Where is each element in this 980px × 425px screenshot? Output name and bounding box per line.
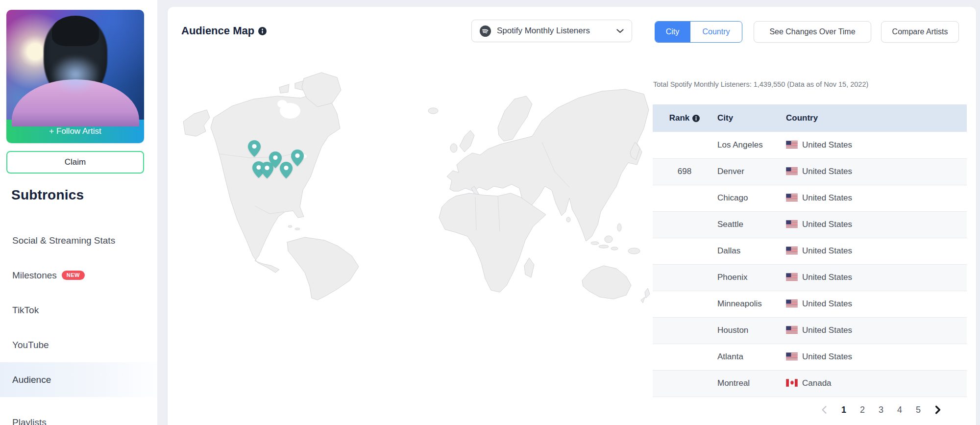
sidebar-item-label: Milestones [12,270,57,281]
toggle-country[interactable]: Country [690,22,742,42]
claim-button[interactable]: Claim [6,151,144,174]
toggle-city[interactable]: City [655,22,690,42]
sidebar-item-playlists[interactable]: Playlists [0,405,157,425]
city-cell: Atlanta [716,344,785,370]
sidebar-item-label: Audience [12,375,51,385]
city-country-toggle: City Country [655,21,742,43]
rank-cell [653,344,716,370]
sidebar-item-youtube[interactable]: YouTube [0,327,157,362]
sidebar-item-label: TikTok [12,305,39,316]
card-title: Audience Map [181,25,267,37]
sidebar-item-audience[interactable]: Audience [0,362,157,397]
table-row[interactable]: Atlanta United States [653,344,967,370]
sidebar-nav: Social & Streaming Stats Milestones NEW … [0,223,157,425]
compare-artists-button[interactable]: Compare Artists [881,21,959,43]
city-cell: Montreal [716,370,785,397]
rank-cell [653,264,716,291]
country-flag-icon [786,352,798,360]
table-row[interactable]: Dallas United States [653,238,967,264]
map-pin-icon[interactable] [248,140,261,157]
column-header-city: City [716,104,785,132]
info-icon[interactable] [258,27,267,35]
country-flag-icon [786,379,798,387]
country-flag-icon [786,167,798,175]
city-cell: Minneapolis [716,291,785,317]
artist-name: Subtronics [11,187,84,203]
rank-info-icon[interactable] [692,115,700,122]
sidebar-item-label: YouTube [12,340,49,350]
pagination-page-1[interactable]: 1 [841,405,846,415]
chevron-down-icon [616,29,624,33]
rank-cell [653,132,716,158]
country-cell: United States [785,291,967,317]
total-listeners-line: Total Spotify Monthly Listeners: 1,439,5… [653,80,967,89]
sidebar-item-tiktok[interactable]: TikTok [0,293,157,327]
artist-photo [6,10,144,120]
rank-cell [653,317,716,344]
rank-cell [653,211,716,238]
rank-cell [653,291,716,317]
rank-cell [653,370,716,397]
artist-photo-beanie [52,16,99,46]
sidebar-item-social-streaming-stats[interactable]: Social & Streaming Stats [0,223,157,258]
world-map [181,69,652,304]
map-pin-icon[interactable] [280,162,293,178]
pagination-page-2[interactable]: 2 [860,405,865,415]
metric-dropdown[interactable]: Spotify Monthly Listeners [471,20,632,42]
country-flag-icon [786,141,798,149]
table-row[interactable]: Los Angeles United States [653,132,967,158]
country-cell: United States [785,185,967,211]
map-pin-icon[interactable] [291,150,304,166]
pagination: 1 2 3 4 5 [653,397,967,415]
table-row[interactable]: Chicago United States [653,185,967,211]
metric-dropdown-label: Spotify Monthly Listeners [497,26,590,36]
city-cell: Chicago [716,185,785,211]
city-cell: Houston [716,317,785,344]
pagination-page-3[interactable]: 3 [879,405,883,415]
sidebar-item-milestones[interactable]: Milestones NEW [0,258,157,293]
artist-photo-card: + Follow Artist [6,10,144,143]
page-title: Audience Map [181,25,254,37]
country-cell: United States [785,132,967,158]
pagination-page-4[interactable]: 4 [897,405,902,415]
rank-cell [653,238,716,264]
new-badge: NEW [62,271,85,280]
pagination-page-5[interactable]: 5 [916,405,921,415]
table-row[interactable]: Phoenix United States [653,264,967,291]
table-header-row: Rank City Country [653,104,967,132]
city-cell: Seattle [716,211,785,238]
rank-cell [653,185,716,211]
country-flag-icon [786,220,798,228]
country-cell: United States [785,211,967,238]
country-flag-icon [786,273,798,281]
map-pin-icon[interactable] [261,162,273,178]
spotify-icon [480,25,491,37]
sidebar-item-label: Social & Streaming Stats [12,235,115,246]
listeners-panel: Total Spotify Monthly Listeners: 1,439,5… [653,78,967,415]
country-cell: Canada [785,370,967,397]
city-cell: Denver [716,158,785,185]
pagination-next-icon[interactable] [934,405,941,414]
column-header-rank: Rank [653,104,716,132]
country-cell: United States [785,238,967,264]
table-row[interactable]: Seattle United States [653,211,967,238]
rank-header-label: Rank [669,113,690,123]
see-changes-over-time-button[interactable]: See Changes Over Time [754,21,871,43]
table-row[interactable]: 698 Denver United States [653,158,967,185]
column-header-country: Country [785,104,967,132]
country-cell: United States [785,264,967,291]
table-row[interactable]: Houston United States [653,317,967,344]
table-row[interactable]: Minneapolis United States [653,291,967,317]
sidebar-item-label: Playlists [12,417,47,425]
country-cell: United States [785,317,967,344]
rank-cell: 698 [653,158,716,185]
audience-map-card: Audience Map Spotify Monthly Listeners C… [168,7,976,425]
country-flag-icon [786,300,798,307]
table-row[interactable]: Montreal Canada [653,370,967,397]
country-cell: United States [785,158,967,185]
artist-photo-smoke [49,57,102,96]
pagination-prev-icon[interactable] [821,405,828,414]
artist-sidebar: + Follow Artist Claim Subtronics Social … [0,0,157,425]
listeners-table: Rank City Country Los Angeles United Sta… [653,104,967,397]
city-cell: Dallas [716,238,785,264]
